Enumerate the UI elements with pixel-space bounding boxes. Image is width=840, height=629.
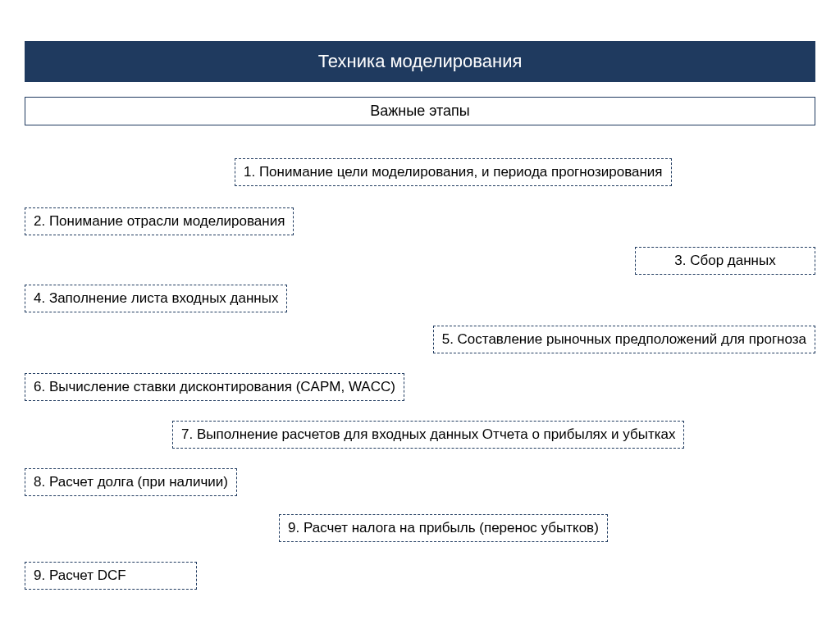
step-9: 9. Расчет налога на прибыль (перенос убы… <box>279 514 608 542</box>
step-2: 2. Понимание отрасли моделирования <box>25 207 294 235</box>
steps-container: 1. Понимание цели моделирования, и перио… <box>25 158 815 618</box>
step-7: 7. Выполнение расчетов для входных данны… <box>172 421 684 449</box>
step-8: 8. Расчет долга (при наличии) <box>25 468 237 496</box>
page-title: Техника моделирования <box>25 41 815 82</box>
step-5: 5. Составление рыночных предположений дл… <box>433 326 815 353</box>
step-4: 4. Заполнение листа входных данных <box>25 285 287 312</box>
step-10: 9. Расчет DCF <box>25 562 197 590</box>
step-1: 1. Понимание цели моделирования, и перио… <box>235 158 672 186</box>
step-3: 3. Сбор данных <box>635 247 815 275</box>
page-subtitle: Важные этапы <box>25 97 815 125</box>
step-6: 6. Вычисление ставки дисконтирования (CA… <box>25 373 404 401</box>
